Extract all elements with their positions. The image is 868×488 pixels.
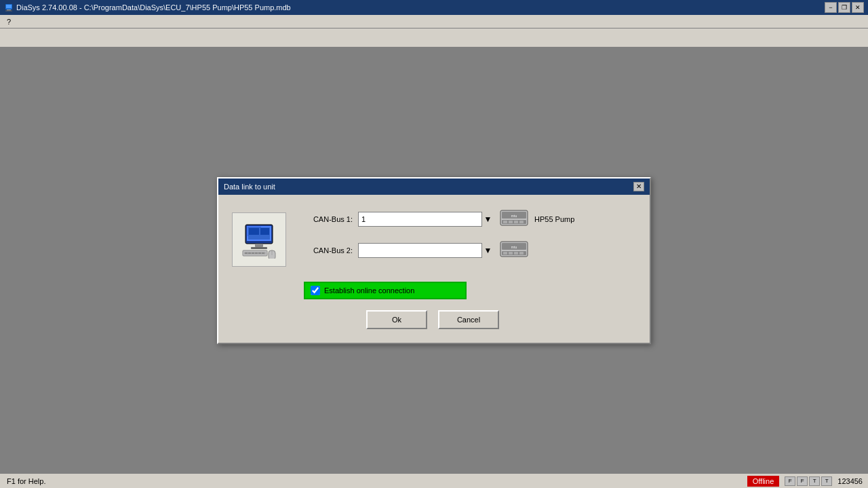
svg-rect-19: [258, 252, 261, 254]
can-bus-2-label: CAN-Bus 2:: [297, 246, 358, 255]
indicator-1: F: [785, 476, 795, 486]
svg-rect-30: [519, 221, 524, 223]
dialog-body: CAN-Bus 1: 1 2 ▼: [218, 195, 650, 343]
menu-bar: ?: [0, 15, 868, 29]
can-bus-2-row: CAN-Bus 2: 1 2 ▼: [297, 240, 633, 261]
svg-rect-15: [245, 252, 248, 254]
svg-rect-3: [5, 11, 12, 12]
svg-rect-11: [255, 244, 263, 247]
svg-text:mtu: mtu: [511, 214, 517, 218]
can-bus-1-label: CAN-Bus 1:: [297, 215, 358, 223]
buttons-row: Ok Cancel: [232, 310, 633, 329]
svg-rect-10: [260, 228, 269, 235]
indicator-2: F: [797, 476, 808, 486]
svg-rect-16: [248, 252, 251, 254]
window-controls: − ❐ ✕: [825, 2, 864, 13]
status-number: 123456: [837, 477, 863, 485]
cancel-button[interactable]: Cancel: [438, 310, 499, 329]
computer-icon-area: [232, 212, 286, 267]
close-button[interactable]: ✕: [852, 2, 864, 13]
data-link-dialog: Data link to unit ✕: [217, 177, 651, 344]
svg-rect-2: [7, 10, 11, 11]
window-title: DiaSys 2.74.00.08 - C:\ProgramData\DiaSy…: [16, 3, 825, 12]
status-indicators: F F T T: [785, 476, 832, 486]
dialog-title-bar: Data link to unit ✕: [218, 179, 650, 195]
device-icon-2: mtu: [499, 240, 529, 261]
svg-rect-27: [503, 221, 507, 223]
can-bus-2-select-wrapper: 1 2 ▼: [358, 243, 494, 258]
can-bus-1-row: CAN-Bus 1: 1 2 ▼: [297, 208, 633, 230]
svg-rect-29: [514, 221, 518, 223]
dialog-close-button[interactable]: ✕: [633, 182, 644, 191]
svg-rect-9: [249, 228, 259, 235]
status-bar: F1 for Help. Offline F F T T 123456: [0, 473, 868, 488]
offline-status: Offline: [747, 476, 780, 487]
hp55-pump-label: HP55 Pump: [534, 215, 574, 223]
svg-text:mtu: mtu: [511, 245, 517, 249]
online-connection-checkbox[interactable]: [311, 286, 320, 295]
svg-rect-1: [6, 5, 12, 8]
indicator-4: T: [821, 476, 832, 486]
help-text: F1 for Help.: [3, 477, 50, 485]
dialog-overlay: Data link to unit ✕: [0, 48, 868, 473]
toolbar: [0, 29, 868, 48]
online-connection-label: Establish online connection: [324, 286, 414, 295]
device-icon-1: mtu: [499, 208, 529, 230]
svg-rect-20: [262, 252, 264, 254]
can-bus-1-select-wrapper: 1 2 ▼: [358, 212, 494, 227]
checkbox-row: Establish online connection: [304, 282, 633, 299]
dialog-title: Data link to unit: [224, 183, 275, 191]
restore-button[interactable]: ❐: [838, 2, 850, 13]
svg-rect-12: [251, 247, 267, 249]
svg-rect-38: [519, 252, 524, 255]
ok-button[interactable]: Ok: [366, 310, 427, 329]
app-icon: [4, 3, 14, 12]
minimize-button[interactable]: −: [825, 2, 837, 13]
online-connection-checkbox-container: Establish online connection: [304, 282, 467, 299]
svg-rect-28: [509, 221, 513, 223]
indicator-3: T: [809, 476, 820, 486]
main-content: Data link to unit ✕: [0, 48, 868, 473]
svg-rect-37: [514, 252, 518, 255]
can-bus-1-select[interactable]: 1 2: [358, 212, 494, 227]
menu-item-help[interactable]: ?: [3, 16, 15, 27]
title-bar: DiaSys 2.74.00.08 - C:\ProgramData\DiaSy…: [0, 0, 868, 15]
fields-area: CAN-Bus 1: 1 2 ▼: [297, 208, 633, 271]
svg-rect-18: [255, 252, 258, 254]
computer-icon: [240, 221, 278, 259]
svg-rect-36: [509, 252, 513, 255]
svg-rect-17: [252, 252, 254, 254]
dialog-main-row: CAN-Bus 1: 1 2 ▼: [232, 208, 633, 271]
can-bus-2-select[interactable]: 1 2: [358, 243, 494, 258]
svg-rect-35: [503, 252, 507, 255]
